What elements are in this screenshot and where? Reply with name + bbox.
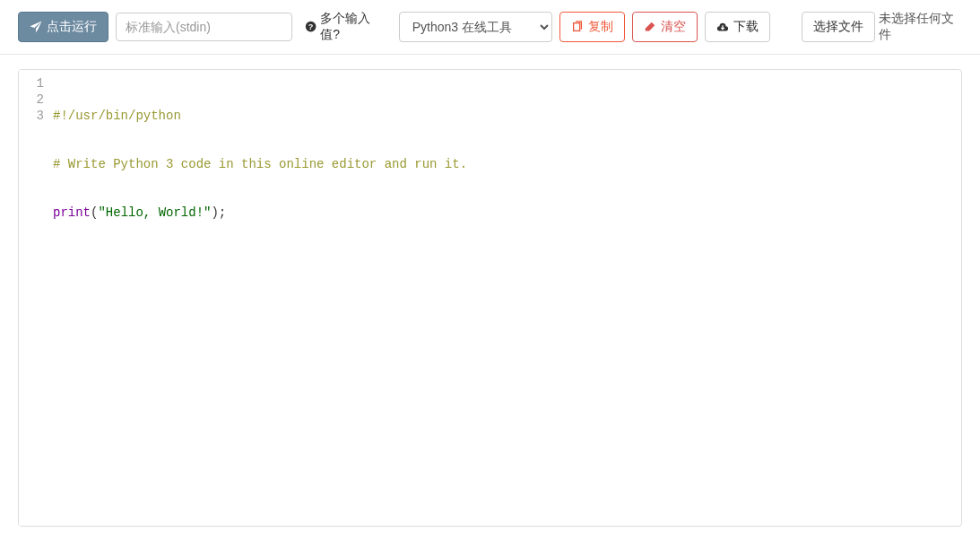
multi-input-label: 多个输入值?: [320, 11, 386, 43]
toolbar: 点击运行 ? 多个输入值? Python3 在线工具 复制 清空 下载 选择文件…: [0, 0, 980, 55]
eraser-icon: [644, 21, 656, 33]
code-paren: ): [211, 205, 218, 220]
stdin-input[interactable]: [116, 13, 292, 41]
svg-text:?: ?: [308, 22, 314, 31]
line-number: 1: [19, 75, 44, 92]
copy-icon: [571, 21, 584, 33]
code-line: print("Hello, World!");: [53, 205, 958, 221]
language-select[interactable]: Python3 在线工具: [399, 12, 553, 42]
code-line: # Write Python 3 code in this online edi…: [53, 156, 958, 172]
copy-label: 复制: [588, 19, 613, 35]
code-area[interactable]: #!/usr/bin/python # Write Python 3 code …: [49, 70, 961, 526]
run-button[interactable]: 点击运行: [18, 12, 108, 42]
clear-button[interactable]: 清空: [632, 12, 698, 42]
code-line: #!/usr/bin/python: [53, 108, 958, 124]
no-file-text: 未选择任何文件: [879, 11, 962, 43]
line-gutter: 1 2 3: [19, 70, 49, 526]
code-semi: ;: [219, 205, 226, 220]
question-circle-icon: ?: [305, 21, 317, 33]
svg-rect-2: [574, 23, 580, 31]
run-label: 点击运行: [47, 19, 97, 35]
choose-file-button[interactable]: 选择文件: [802, 12, 875, 42]
code-keyword: print: [53, 205, 91, 220]
clear-label: 清空: [661, 19, 686, 35]
choose-file-label: 选择文件: [813, 19, 863, 35]
code-string: "Hello, World!": [98, 205, 211, 220]
line-number: 2: [19, 92, 44, 108]
code-comment: # Write Python 3 code in this online edi…: [53, 157, 467, 171]
download-button[interactable]: 下载: [705, 12, 770, 42]
code-comment: #!/usr/bin/python: [53, 109, 181, 123]
line-number: 3: [19, 108, 44, 124]
paper-plane-icon: [30, 21, 42, 33]
multi-input-help[interactable]: ? 多个输入值?: [305, 11, 386, 43]
download-label: 下载: [733, 19, 759, 35]
cloud-download-icon: [716, 21, 729, 33]
code-editor[interactable]: 1 2 3 #!/usr/bin/python # Write Python 3…: [18, 69, 962, 527]
copy-button[interactable]: 复制: [559, 12, 625, 42]
